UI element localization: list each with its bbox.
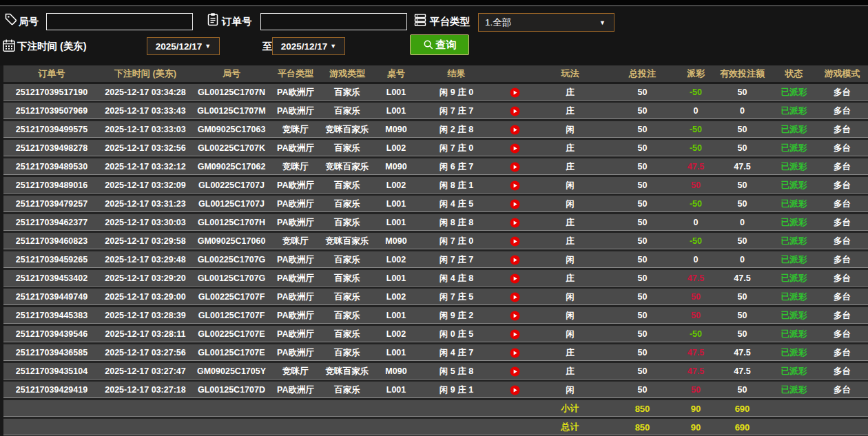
cell-payout: -50 [679, 326, 713, 344]
cell-bet-time: 2025-12-17 03:30:03 [100, 214, 191, 233]
cell-table-no: L002 [375, 326, 417, 344]
cell-replay[interactable] [496, 251, 534, 270]
cell-replay[interactable] [496, 158, 534, 177]
cell-total-bet: 50 [606, 158, 679, 177]
cell-replay[interactable] [496, 270, 534, 289]
cell-game-type: 百家乐 [319, 307, 375, 326]
cell-replay[interactable] [496, 177, 534, 196]
cell-total-bet: 50 [606, 233, 679, 251]
cell-bet-time: 2025-12-17 03:32:12 [100, 158, 191, 177]
cell-replay[interactable] [496, 233, 534, 251]
cell-payout: 50 [679, 307, 713, 326]
empty-cell [319, 400, 375, 419]
cell-order-no: 251217039499575 [3, 121, 100, 140]
play-video-icon[interactable] [510, 273, 520, 284]
play-video-icon[interactable] [510, 366, 520, 377]
game-no-input[interactable] [46, 13, 193, 30]
cell-order-no: 251217039479257 [3, 196, 100, 214]
play-video-icon[interactable] [510, 199, 520, 209]
cell-game-no: GL00125C1707D [191, 382, 272, 400]
empty-cell [375, 419, 417, 436]
cell-replay[interactable] [496, 121, 534, 140]
bet-records-table: 订单号下注时间 (美东)局号平台类型游戏类型桌号结果玩法总投注派彩有效投注额状态… [3, 65, 868, 436]
cell-valid-bet: 50 [713, 382, 772, 400]
cell-table-no: L001 [375, 307, 417, 326]
cell-game-no: GL00125C1707M [191, 103, 272, 121]
empty-cell [417, 419, 496, 436]
cell-replay[interactable] [496, 84, 534, 103]
play-video-icon[interactable] [510, 87, 520, 98]
cell-valid-bet: 50 [713, 177, 772, 196]
play-video-icon[interactable] [510, 385, 520, 395]
cell-order-no: 251217039435104 [3, 363, 100, 382]
cell-replay[interactable] [496, 344, 534, 363]
cell-replay[interactable] [496, 140, 534, 158]
date-to-picker[interactable]: 2025/12/17 ▼ [272, 37, 345, 55]
cell-total-bet: 50 [606, 289, 679, 307]
cell-replay[interactable] [496, 289, 534, 307]
play-video-icon[interactable] [510, 236, 520, 247]
cell-total-bet: 50 [606, 140, 679, 158]
cell-replay[interactable] [496, 214, 534, 233]
cell-platform-type: PA欧洲厅 [272, 289, 319, 307]
cell-status: 已派彩 [772, 251, 816, 270]
cell-platform-type: PA欧洲厅 [272, 307, 319, 326]
cell-game-no: GL00225C1707G [191, 251, 272, 270]
cell-result: 闲 9 庄 0 [417, 84, 496, 103]
cell-replay[interactable] [496, 196, 534, 214]
play-video-icon[interactable] [510, 292, 520, 302]
cell-replay[interactable] [496, 363, 534, 382]
cell-game-type: 百家乐 [319, 177, 375, 196]
cell-status: 已派彩 [772, 233, 816, 251]
play-video-icon[interactable] [510, 255, 520, 265]
chevron-down-icon: ▼ [205, 43, 211, 50]
cell-platform-type: 竞咪厅 [272, 233, 319, 251]
cell-platform-type: PA欧洲厅 [272, 344, 319, 363]
cell-payout: 0 [679, 103, 713, 121]
cell-play-type: 闲 [534, 196, 606, 214]
play-video-icon[interactable] [510, 106, 520, 116]
order-no-input[interactable] [260, 13, 407, 30]
cell-status: 已派彩 [772, 196, 816, 214]
table-header-row: 订单号下注时间 (美东)局号平台类型游戏类型桌号结果玩法总投注派彩有效投注额状态… [3, 65, 868, 84]
play-video-icon[interactable] [510, 311, 520, 321]
cell-replay[interactable] [496, 307, 534, 326]
platform-type-select[interactable]: 1.全部 ▼ [478, 13, 614, 32]
cell-valid-bet: 50 [713, 140, 772, 158]
search-button[interactable]: 查询 [410, 34, 469, 55]
cell-game-mode: 多台 [816, 382, 868, 400]
cell-replay[interactable] [496, 326, 534, 344]
play-video-icon[interactable] [510, 180, 520, 191]
subtotal-row-label: 小计 [534, 400, 606, 419]
cell-payout: -50 [679, 140, 713, 158]
cell-game-mode: 多台 [816, 196, 868, 214]
column-header-玩法: 玩法 [534, 65, 606, 84]
cell-result: 闲 7 庄 5 [417, 289, 496, 307]
table-row: 2512170394592652025-12-17 03:29:48GL0022… [3, 251, 868, 270]
cell-total-bet: 50 [606, 196, 679, 214]
column-header-下注时间 (美东): 下注时间 (美东) [100, 65, 191, 84]
cell-replay[interactable] [496, 382, 534, 400]
play-video-icon[interactable] [510, 162, 520, 172]
cell-game-no: GL00125C1707F [191, 307, 272, 326]
cell-play-type: 庄 [534, 214, 606, 233]
cell-platform-type: PA欧洲厅 [272, 103, 319, 121]
cell-valid-bet: 50 [713, 289, 772, 307]
play-video-icon[interactable] [510, 348, 520, 358]
date-from-picker[interactable]: 2025/12/17 ▼ [147, 37, 220, 55]
cell-replay[interactable] [496, 103, 534, 121]
cell-game-no: GL00125C1707H [191, 214, 272, 233]
play-video-icon[interactable] [510, 218, 520, 228]
play-video-icon[interactable] [510, 125, 520, 135]
cell-bet-time: 2025-12-17 03:27:56 [100, 344, 191, 363]
empty-cell [191, 419, 272, 436]
cell-platform-type: PA欧洲厅 [272, 214, 319, 233]
cell-result: 闲 9 庄 1 [417, 382, 496, 400]
play-video-icon[interactable] [510, 329, 520, 340]
play-video-icon[interactable] [510, 143, 520, 154]
cell-payout: -50 [679, 84, 713, 103]
cell-order-no: 251217039460823 [3, 233, 100, 251]
cell-play-type: 闲 [534, 326, 606, 344]
empty-cell [816, 419, 868, 436]
cell-game-type: 竞咪百家乐 [319, 121, 375, 140]
